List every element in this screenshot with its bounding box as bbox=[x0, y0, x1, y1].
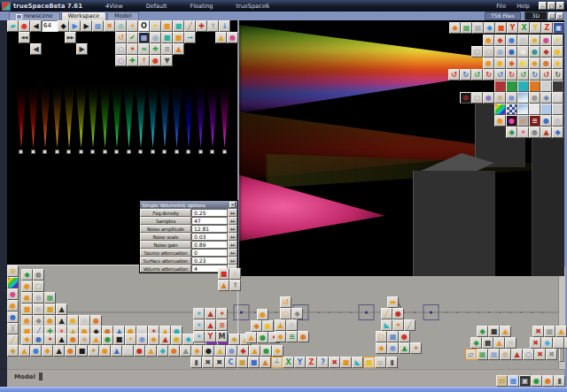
layout-menu-default[interactable]: Default bbox=[146, 3, 167, 10]
toolbar-right-pair-icon-1[interactable]: ▲ bbox=[215, 32, 227, 43]
axes-toggle-icon[interactable]: ┴ bbox=[271, 357, 283, 368]
right-palette-row-e-icon-3[interactable] bbox=[517, 81, 529, 92]
library-row-8-icon-17[interactable]: ◆ bbox=[191, 345, 203, 357]
library-row-2-icon-1[interactable]: ● bbox=[21, 281, 33, 292]
toolbar-stack-row1-icon-5[interactable]: ■ bbox=[161, 32, 173, 43]
library-row-8-icon-15[interactable]: ● bbox=[168, 345, 180, 357]
maximize-button[interactable]: □ bbox=[548, 2, 555, 10]
library-row-8-icon-4[interactable]: ◆ bbox=[42, 345, 53, 357]
tab-newscene[interactable]: newscene bbox=[9, 12, 60, 20]
library-row-8-icon-7[interactable]: ■ bbox=[76, 345, 88, 357]
br-stack-2a-icon-3[interactable]: ▲ bbox=[493, 337, 505, 349]
panel-scrollbar[interactable] bbox=[558, 266, 565, 369]
toolbar-stack-row2-icon-5[interactable]: ≡ bbox=[161, 43, 173, 55]
toolbar-right-pair-icon-2[interactable]: ● bbox=[227, 32, 238, 43]
light-object-7[interactable] bbox=[90, 150, 95, 154]
volumetric-panel-titlebar[interactable]: Simple Volumetric options × bbox=[140, 201, 237, 209]
anim-stack-2-icon-3[interactable]: ≡ bbox=[216, 319, 228, 331]
br-stack-3-icon-7[interactable]: ✖ bbox=[534, 349, 546, 360]
light-object-16[interactable] bbox=[198, 150, 203, 154]
br-stack-1b-icon-1[interactable]: ✖ bbox=[532, 326, 544, 337]
volumetric-panel-close-button[interactable]: × bbox=[229, 202, 236, 208]
library-row-3-icon-1[interactable]: ● bbox=[21, 292, 33, 304]
toolbar-handle[interactable]: ▮ bbox=[190, 357, 202, 368]
library-column-icon-6[interactable]: ╳ bbox=[7, 323, 19, 334]
right-palette-row-f-icon-9[interactable]: ● bbox=[552, 92, 563, 104]
br-stack-3-icon-6[interactable]: ○ bbox=[523, 349, 534, 360]
scrollbar-thumb[interactable] bbox=[559, 348, 564, 362]
layout-menu-4view[interactable]: 4View bbox=[105, 3, 123, 10]
source-attenuation-value[interactable]: 0 bbox=[191, 249, 228, 257]
right-palette-row-d-icon-2[interactable]: ↻ bbox=[460, 69, 471, 81]
library-row-7-icon-12[interactable]: ◆ bbox=[148, 334, 159, 345]
light-object-5[interactable] bbox=[66, 150, 71, 154]
down-arrow-icon[interactable]: ↓ bbox=[219, 20, 230, 32]
pan-hand-icon[interactable]: ◆ bbox=[229, 268, 241, 280]
rewind-icon[interactable]: ◀◀ bbox=[19, 32, 30, 43]
toolbar-stack-row2-icon-3[interactable]: ≈ bbox=[138, 43, 150, 55]
step-back-icon[interactable]: ◀ bbox=[30, 43, 42, 55]
mid-stack-3c-icon-2[interactable]: ✶ bbox=[392, 319, 404, 331]
view-maximize-button[interactable]: □ bbox=[548, 12, 555, 19]
light-object-18[interactable] bbox=[222, 150, 227, 154]
right-palette-row-e-icon-6[interactable] bbox=[552, 81, 563, 92]
light-object-6[interactable] bbox=[79, 150, 83, 154]
toolbar-stack-row1-icon-7[interactable]: → bbox=[184, 32, 196, 43]
library-column-icon-3[interactable]: ● bbox=[7, 288, 19, 300]
toolbar-end-handle[interactable]: ▮ bbox=[386, 357, 398, 368]
right-palette-row-f-icon-2[interactable]: ○ bbox=[471, 92, 483, 104]
toolbar-stack-row3-icon-1[interactable]: ○ bbox=[115, 55, 127, 66]
mid-stack-3d-icon-2[interactable]: ▦ bbox=[387, 331, 399, 342]
right-palette-row-h-icon-5[interactable]: ● bbox=[540, 115, 552, 127]
sun-light-icon[interactable]: ✶ bbox=[150, 20, 161, 32]
library-row-7-icon-1[interactable]: ◆ bbox=[21, 334, 33, 345]
bottom-toolbar-icon-14[interactable]: ■ bbox=[340, 357, 352, 368]
library-row-7-icon-14[interactable]: ● bbox=[171, 334, 183, 345]
color-palette-icon[interactable] bbox=[494, 104, 506, 115]
right-palette-row-b-icon-6[interactable]: ● bbox=[529, 46, 540, 58]
bottom-toolbar-icon-7[interactable]: ▲ bbox=[260, 357, 271, 368]
samples-value[interactable]: 47 bbox=[191, 217, 228, 225]
mid-stack-2c-icon-1[interactable]: ▲ bbox=[275, 319, 286, 331]
axis-x-icon[interactable]: X bbox=[518, 22, 530, 34]
right-palette-row-c-icon-5[interactable]: ◆ bbox=[529, 58, 540, 69]
mid-stack-2b-icon-1[interactable]: ○ bbox=[280, 308, 291, 319]
mid-stack-2c-icon-2[interactable]: ● bbox=[286, 319, 298, 331]
right-palette-row-d-icon-4[interactable]: ↻ bbox=[483, 69, 494, 81]
stop-button[interactable]: ◆ bbox=[58, 20, 69, 32]
right-palette-row-h-icon-6[interactable]: ● bbox=[552, 115, 563, 127]
right-palette-row-b-icon-3[interactable]: ◎ bbox=[494, 46, 506, 58]
surface-attenuation-value[interactable]: 0.23 bbox=[191, 257, 228, 265]
anim-stack-1-icon-3[interactable]: ✶ bbox=[216, 308, 228, 319]
library-row-8-icon-11[interactable]: ◆ bbox=[122, 345, 134, 357]
right-palette-row-f-icon-3[interactable]: ● bbox=[483, 92, 494, 104]
right-palette-row-f-icon-6[interactable] bbox=[517, 92, 529, 104]
light-object-14[interactable] bbox=[175, 150, 179, 154]
bottom-toolbar-icon-4[interactable]: C bbox=[225, 357, 237, 368]
library-row-7-icon-11[interactable]: ● bbox=[136, 334, 148, 345]
light-object-10[interactable] bbox=[127, 150, 131, 154]
right-palette-row-a-icon-5[interactable]: ◆ bbox=[529, 35, 540, 46]
library-row-8-icon-2[interactable]: ▲ bbox=[19, 345, 30, 357]
library-row-8-icon-6[interactable]: ● bbox=[65, 345, 76, 357]
light-object-9[interactable] bbox=[114, 150, 119, 154]
mid-stack-3e-icon-2[interactable]: ● bbox=[387, 342, 399, 354]
right-palette-row-i-icon-3[interactable]: ● bbox=[529, 127, 540, 138]
library-column-icon-1[interactable]: ⊙ bbox=[7, 265, 19, 277]
right-palette-row-f-icon-8[interactable]: ◆ bbox=[540, 92, 552, 104]
library-row-8-icon-10[interactable]: ▲ bbox=[111, 345, 122, 357]
mid-stack-3b-icon-2[interactable]: ● bbox=[392, 308, 404, 319]
mid-stack-1b-icon-1[interactable]: ◆ bbox=[251, 320, 262, 332]
axis-z-icon[interactable]: Z bbox=[541, 22, 553, 34]
mid-stack-2a-icon-1[interactable]: ↺ bbox=[280, 296, 291, 308]
right-palette-row-d-icon-6[interactable]: ↻ bbox=[506, 69, 517, 81]
toolbar-stack-row1-icon-3[interactable]: ▦ bbox=[138, 32, 150, 43]
light-tool-icon[interactable]: ✶ bbox=[127, 20, 138, 32]
light-object-11[interactable] bbox=[138, 150, 143, 154]
axis-z-lock-icon[interactable]: Z bbox=[306, 357, 317, 368]
delete-tool-icon[interactable]: ✖ bbox=[104, 20, 115, 32]
right-palette-row-e-icon-1[interactable]: ╱ bbox=[494, 81, 506, 92]
right-palette-row-b-icon-7[interactable]: ◆ bbox=[540, 46, 552, 58]
scene-box-2[interactable] bbox=[413, 171, 495, 276]
right-palette-row-b-icon-5[interactable]: ● bbox=[517, 46, 529, 58]
